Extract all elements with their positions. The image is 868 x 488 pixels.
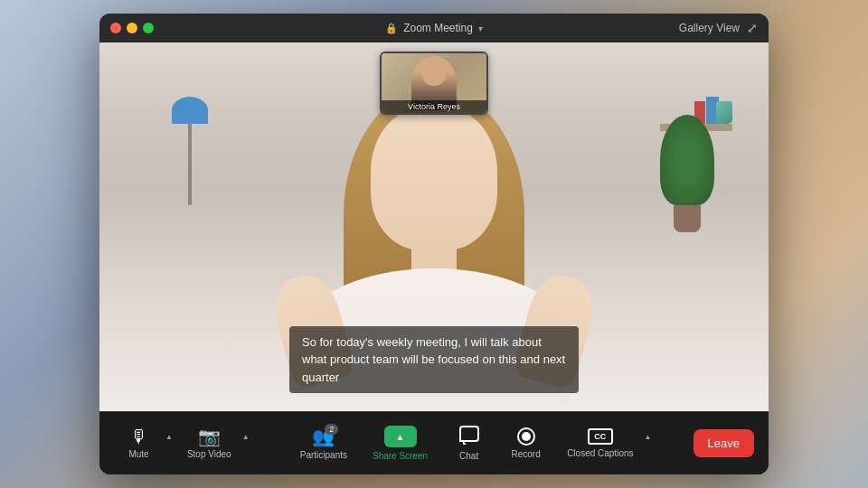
traffic-lights — [110, 23, 154, 33]
chevron-up-icon: ▲ — [165, 433, 173, 441]
face — [371, 106, 497, 250]
chat-bubble — [459, 426, 479, 442]
lamp-base — [188, 124, 192, 205]
mute-label: Mute — [128, 449, 148, 459]
video-group: 📷 Stop Video ▲ — [178, 422, 251, 465]
video-area: So for today's weekly meeting, I will ta… — [99, 42, 769, 411]
lock-icon: 🔒 — [385, 23, 398, 34]
thumbnail-name: Victoria Reyes — [382, 100, 486, 113]
toolbar: 🎙 Mute ▲ 📷 Stop Video ▲ — [99, 411, 769, 474]
share-screen-button[interactable]: Share Screen — [363, 420, 437, 466]
stop-video-button[interactable]: 📷 Stop Video — [178, 422, 241, 465]
expand-icon[interactable]: ⤢ — [747, 21, 758, 35]
mute-group: 🎙 Mute ▲ — [114, 422, 175, 465]
participants-wrapper: 👥 2 — [312, 427, 335, 446]
caption-text: So for today's weekly meeting, I will ta… — [302, 335, 565, 384]
record-button[interactable]: Record — [501, 422, 551, 465]
titlebar-center: 🔒 Zoom Meeting ▾ — [385, 22, 483, 34]
microphone-icon: 🎙 — [130, 427, 148, 446]
closed-captions-label: Closed Captions — [567, 448, 633, 458]
mute-arrow[interactable]: ▲ — [164, 429, 175, 445]
chat-label: Chat — [459, 451, 478, 461]
chat-button[interactable]: Chat — [444, 420, 494, 466]
participants-button[interactable]: 👥 2 Participants — [291, 422, 356, 465]
caption-overlay: So for today's weekly meeting, I will ta… — [289, 326, 579, 394]
minimize-button[interactable] — [127, 23, 137, 33]
window-title: Zoom Meeting — [403, 22, 473, 34]
cc-group: CC Closed Captions ▲ — [558, 423, 653, 464]
chat-icon — [459, 426, 479, 442]
plant-decoration — [660, 115, 714, 232]
zoom-window: 🔒 Zoom Meeting ▾ Gallery View ⤢ — [99, 14, 769, 474]
record-icon — [517, 427, 535, 446]
chevron-up-icon-3: ▲ — [645, 433, 652, 441]
chevron-down-icon[interactable]: ▾ — [478, 23, 483, 33]
participants-count: 2 — [325, 424, 338, 435]
gallery-view-label[interactable]: Gallery View — [679, 22, 740, 34]
teal-object — [716, 101, 732, 124]
lamp-shade — [172, 97, 208, 124]
toolbar-center: 👥 2 Participants Share Screen Chat — [291, 420, 654, 466]
closed-captions-button[interactable]: CC Closed Captions — [558, 423, 642, 464]
toolbar-right: Leave — [693, 429, 754, 457]
mute-button[interactable]: 🎙 Mute — [114, 422, 164, 465]
plant-pot — [674, 205, 701, 232]
record-label: Record — [512, 449, 541, 459]
record-dot — [522, 432, 531, 441]
titlebar: 🔒 Zoom Meeting ▾ Gallery View ⤢ — [99, 14, 769, 42]
cc-arrow[interactable]: ▲ — [643, 429, 654, 445]
share-screen-icon — [384, 426, 417, 447]
lamp-decoration — [172, 97, 208, 205]
maximize-button[interactable] — [143, 23, 154, 33]
plant-leaves — [660, 115, 714, 205]
leave-button[interactable]: Leave — [693, 429, 754, 457]
titlebar-right: Gallery View ⤢ — [679, 21, 758, 35]
closed-captions-icon: CC — [588, 428, 613, 445]
video-arrow[interactable]: ▲ — [241, 429, 251, 445]
video-camera-icon: 📷 — [198, 427, 221, 446]
stop-video-label: Stop Video — [187, 449, 231, 459]
share-screen-label: Share Screen — [373, 451, 428, 461]
chevron-up-icon-2: ▲ — [242, 433, 250, 441]
self-view-thumbnail[interactable]: Victoria Reyes — [380, 52, 488, 115]
participants-label: Participants — [300, 450, 347, 460]
close-button[interactable] — [110, 23, 121, 33]
toolbar-left: 🎙 Mute ▲ 📷 Stop Video ▲ — [114, 422, 251, 465]
